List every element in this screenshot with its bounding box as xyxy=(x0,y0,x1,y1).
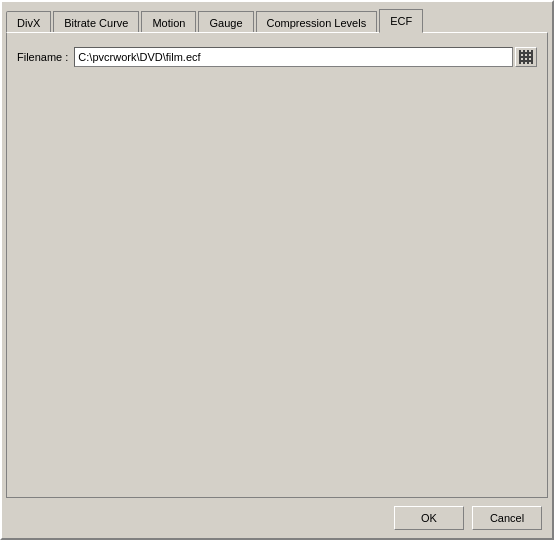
filename-input[interactable] xyxy=(74,47,513,67)
dialog-window: DivX Bitrate Curve Motion Gauge Compress… xyxy=(0,0,554,540)
button-bar: OK Cancel xyxy=(2,498,552,538)
cancel-button[interactable]: Cancel xyxy=(472,506,542,530)
browse-button[interactable] xyxy=(515,47,537,67)
ok-button[interactable]: OK xyxy=(394,506,464,530)
tab-compression-levels[interactable]: Compression Levels xyxy=(256,11,378,33)
tab-content-ecf: Filename : xyxy=(6,32,548,498)
tab-bitrate-curve[interactable]: Bitrate Curve xyxy=(53,11,139,33)
filename-label: Filename : xyxy=(17,51,68,63)
filename-input-wrapper xyxy=(74,47,537,67)
filename-row: Filename : xyxy=(17,47,537,67)
tab-divx[interactable]: DivX xyxy=(6,11,51,33)
tab-motion[interactable]: Motion xyxy=(141,11,196,33)
tab-ecf[interactable]: ECF xyxy=(379,9,423,33)
tab-gauge[interactable]: Gauge xyxy=(198,11,253,33)
tab-bar: DivX Bitrate Curve Motion Gauge Compress… xyxy=(2,2,552,32)
browse-icon xyxy=(519,50,533,64)
